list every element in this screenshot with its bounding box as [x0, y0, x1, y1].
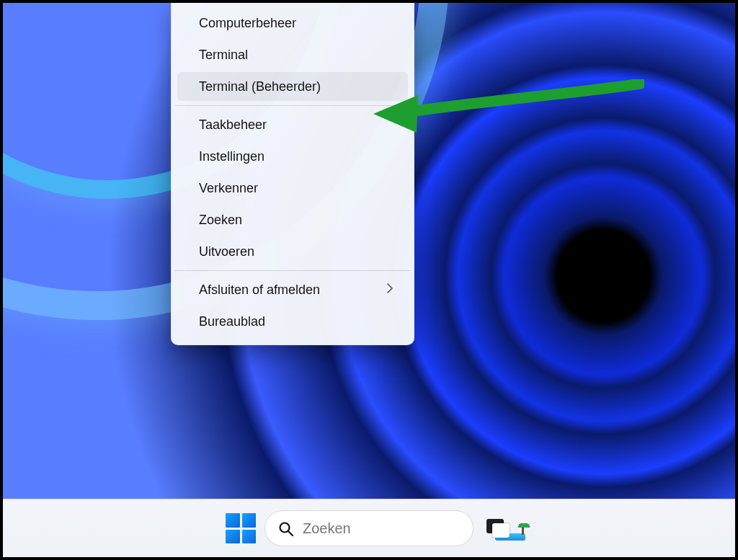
- menu-item-taakbeheer[interactable]: Taakbeheer: [177, 110, 408, 139]
- menu-item-uitvoeren[interactable]: Uitvoeren: [177, 237, 408, 266]
- search-input[interactable]: [301, 520, 486, 538]
- desktop-wallpaper: Computerbeheer Terminal Terminal (Beheer…: [3, 3, 735, 499]
- menu-separator: [174, 105, 411, 106]
- menu-item-label: Terminal: [199, 48, 248, 63]
- menu-item-afsluiten-of-afmelden[interactable]: Afsluiten of afmelden: [177, 275, 408, 304]
- menu-item-label: Zoeken: [199, 213, 242, 228]
- taskbar-search[interactable]: [264, 510, 474, 546]
- menu-item-computerbeheer[interactable]: Computerbeheer: [177, 9, 408, 37]
- windows-logo-icon: [242, 530, 257, 544]
- menu-item-label: Instellingen: [199, 149, 264, 164]
- menu-item-zoeken[interactable]: Zoeken: [177, 205, 408, 234]
- chevron-right-icon: [386, 283, 394, 296]
- menu-item-terminal-beheerder[interactable]: Terminal (Beheerder): [177, 72, 408, 101]
- menu-item-label: Bureaublad: [199, 314, 265, 329]
- menu-item-terminal[interactable]: Terminal: [177, 40, 408, 69]
- menu-item-label: Afsluiten of afmelden: [199, 283, 320, 298]
- menu-item-label: Uitvoeren: [199, 244, 254, 259]
- menu-item-label: Terminal (Beheerder): [199, 79, 321, 94]
- windows-logo-icon: [226, 513, 240, 528]
- menu-item-label: Computerbeheer: [199, 16, 296, 31]
- menu-item-label: Verkenner: [199, 181, 258, 196]
- start-button[interactable]: [226, 513, 256, 543]
- menu-item-verkenner[interactable]: Verkenner: [177, 174, 408, 203]
- menu-item-instellingen[interactable]: Instellingen: [177, 142, 408, 171]
- menu-separator: [174, 270, 411, 271]
- windows-logo-icon: [226, 530, 240, 544]
- winx-context-menu[interactable]: Computerbeheer Terminal Terminal (Beheer…: [171, 3, 414, 345]
- windows-logo-icon: [242, 513, 257, 528]
- task-view-icon: [492, 523, 510, 538]
- menu-item-label: Taakbeheer: [199, 117, 267, 133]
- taskbar: [3, 499, 735, 557]
- menu-item-bureaublad[interactable]: Bureaublad: [177, 307, 408, 336]
- task-view-button[interactable]: [482, 513, 512, 543]
- search-icon: [278, 521, 293, 535]
- svg-line-2: [288, 531, 293, 535]
